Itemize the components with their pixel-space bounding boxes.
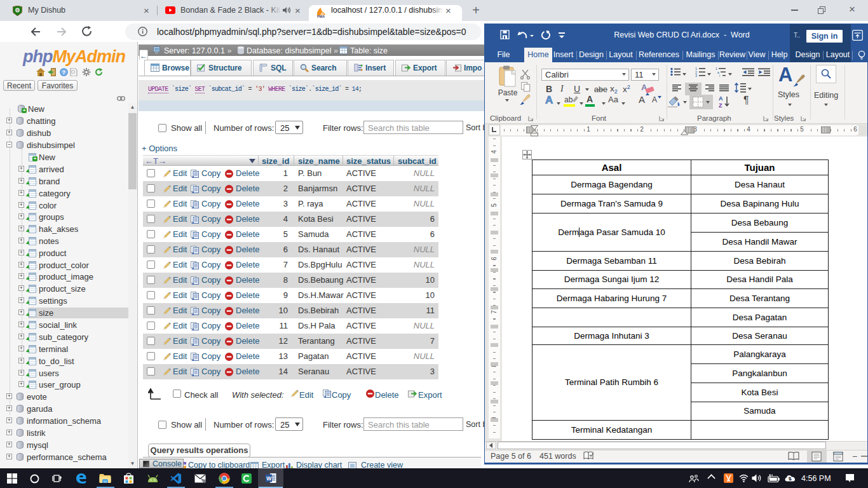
svg-text:W: W — [266, 475, 272, 482]
svg-text:PMA: PMA — [317, 15, 325, 18]
svg-text:?: ? — [62, 69, 66, 76]
svg-text:3: 3 — [695, 74, 697, 77]
svg-text:Z: Z — [719, 102, 722, 108]
svg-text:⇅: ⇅ — [788, 477, 792, 481]
svg-text:i: i — [719, 74, 720, 77]
svg-text:A: A — [719, 95, 723, 102]
